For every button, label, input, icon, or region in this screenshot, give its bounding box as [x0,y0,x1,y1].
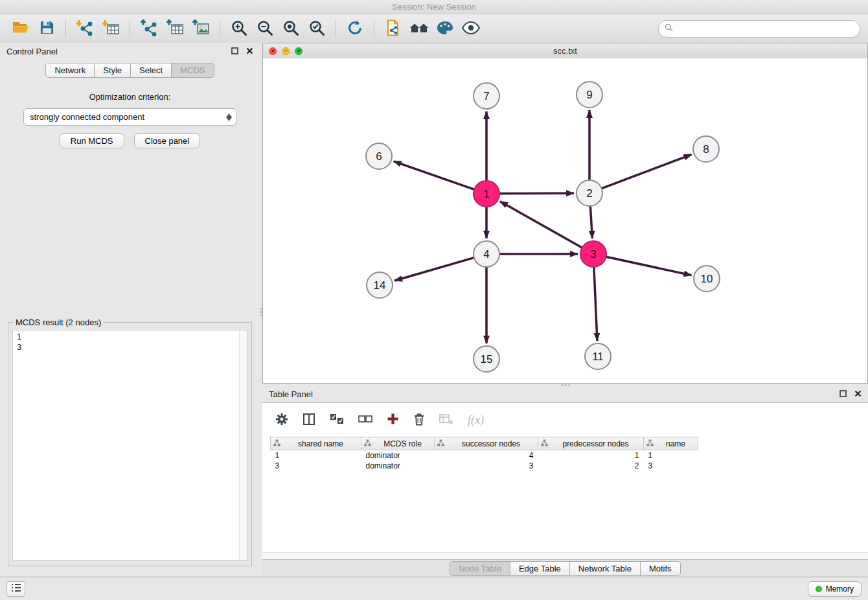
close-panel-icon[interactable] [246,47,253,56]
cell-successor-nodes[interactable]: 3 [435,461,538,471]
column-header-successor-nodes[interactable]: successor nodes [435,437,538,450]
graph-edge-3-10[interactable] [606,257,692,275]
style-button[interactable] [432,17,458,40]
column-header-name[interactable]: name [644,437,698,450]
tab-select[interactable]: Select [130,63,172,78]
graph-edge-3-1[interactable] [500,202,582,248]
tab-motifs[interactable]: Motifs [640,561,681,576]
zoom-selected-icon [308,19,325,38]
graph-node-14[interactable]: 14 [367,272,393,298]
column-header-shared-name[interactable]: shared name [271,437,361,450]
save-session-button[interactable] [34,17,60,40]
column-sort-icon [541,439,548,448]
control-panel-header: Control Panel [0,43,260,60]
gear-icon [275,413,288,428]
graph-node-11[interactable]: 11 [585,343,611,369]
graph-node-9[interactable]: 9 [577,82,602,108]
graph-node-2[interactable]: 2 [577,180,602,206]
graph-edge-2-8[interactable] [602,154,692,188]
status-bar: Memory [0,577,868,600]
tab-network[interactable]: Network [45,63,95,78]
float-panel-icon[interactable] [839,389,847,399]
export-image-button[interactable] [188,17,214,40]
column-sort-icon [646,439,654,448]
import-network-button[interactable] [72,17,98,40]
open-session-button[interactable] [8,17,34,40]
export-table-button[interactable] [162,17,188,40]
graph-edge-1-2[interactable] [499,193,574,194]
export-network-button[interactable] [136,17,162,40]
run-mcds-button[interactable]: Run MCDS [60,133,124,148]
tab-mcds[interactable]: MCDS [171,63,214,78]
add-row-button[interactable] [387,413,399,427]
tab-style[interactable]: Style [94,63,131,78]
select-all-button[interactable] [330,413,344,427]
first-neighbors-button[interactable] [406,17,432,40]
graph-node-1[interactable]: 1 [474,181,499,207]
delete-table-button[interactable] [439,413,453,427]
zoom-fit-button[interactable] [278,17,304,40]
svg-text:10: 10 [701,273,713,285]
svg-text:8: 8 [703,143,709,156]
import-table-button[interactable] [98,17,124,40]
graph-edge-1-6[interactable] [394,161,474,189]
result-scrollbar[interactable] [239,330,247,560]
cell-name[interactable]: 1 [644,450,698,461]
cell-name[interactable]: 3 [644,461,698,471]
graph-edge-4-14[interactable] [394,258,474,281]
show-graphics-details-button[interactable] [458,17,484,40]
table-row[interactable]: 3 dominator 3 2 3 [271,461,698,471]
control-panel-title: Control Panel [6,47,58,56]
cell-shared-name[interactable]: 3 [271,461,361,471]
delete-row-button[interactable] [413,413,425,428]
graph-node-6[interactable]: 6 [366,143,392,169]
task-history-button[interactable] [6,581,25,597]
show-column-button[interactable] [303,413,315,428]
svg-text:6: 6 [376,150,382,163]
search-box[interactable] [658,20,860,38]
cell-mcds-role[interactable]: dominator [361,450,435,461]
graph-node-3[interactable]: 3 [580,241,606,267]
table-settings-button[interactable] [275,413,288,428]
cell-predecessor-nodes[interactable]: 2 [538,461,644,471]
table-panel-tabs: Node Table Edge Table Network Table Moti… [262,559,868,577]
toolbar-separator [336,19,336,38]
graph-edge-2-3[interactable] [590,206,592,238]
memory-button[interactable]: Memory [808,581,862,597]
control-panel-tabs: Network Style Select MCDS [0,63,260,78]
close-panel-button[interactable]: Close panel [134,133,201,148]
zoom-in-button[interactable] [226,17,252,40]
apply-layout-button[interactable] [342,17,368,40]
toolbar-separator [220,19,220,38]
criterion-dropdown[interactable]: strongly connected component [23,108,236,126]
close-panel-icon[interactable] [854,389,862,399]
search-input[interactable] [677,23,854,34]
tab-edge-table[interactable]: Edge Table [510,561,570,576]
graph-node-8[interactable]: 8 [693,136,719,162]
graph-node-7[interactable]: 7 [474,83,499,109]
tab-network-table[interactable]: Network Table [569,561,641,576]
graph-node-15[interactable]: 15 [474,346,499,372]
table-row[interactable]: 1 dominator 4 1 1 [271,450,698,461]
graph-edge-3-11[interactable] [594,267,597,341]
function-builder-button[interactable]: f(x) [468,413,484,427]
cell-shared-name[interactable]: 1 [271,450,361,461]
new-network-from-selection-button[interactable] [380,17,406,40]
svg-text:7: 7 [483,90,489,102]
zoom-out-button[interactable] [252,17,278,40]
deselect-all-button[interactable] [358,415,372,426]
table-horizontal-scrollbar[interactable] [262,552,868,559]
graph-node-4[interactable]: 4 [474,241,499,267]
graph-node-10[interactable]: 10 [694,266,720,292]
column-header-predecessor-nodes[interactable]: predecessor nodes [538,437,644,450]
table-header-row: shared name MCDS role successor nodes pr… [271,437,698,450]
tab-node-table[interactable]: Node Table [450,561,510,576]
cell-successor-nodes[interactable]: 4 [435,450,538,461]
float-panel-icon[interactable] [231,47,238,56]
network-canvas[interactable]: 7968124314101511 [263,58,867,383]
zoom-selected-button[interactable] [304,17,330,40]
cell-mcds-role[interactable]: dominator [361,461,435,471]
svg-text:3: 3 [590,248,596,260]
column-header-mcds-role[interactable]: MCDS role [361,437,435,450]
cell-predecessor-nodes[interactable]: 1 [538,450,644,461]
